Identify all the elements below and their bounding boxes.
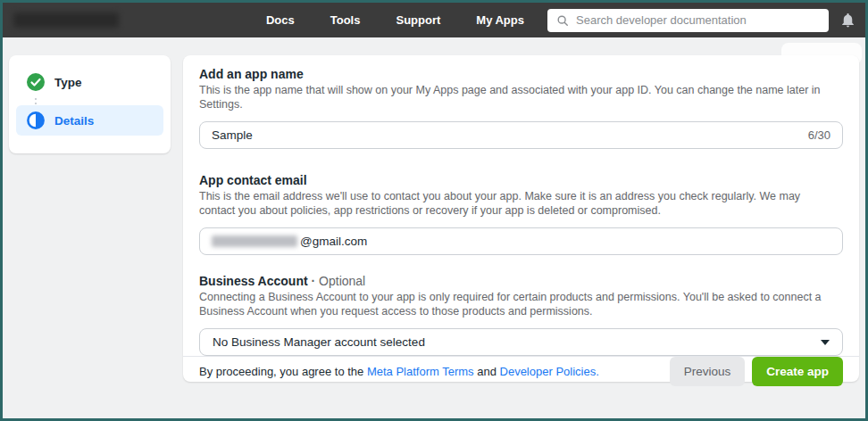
search-input[interactable] bbox=[576, 13, 820, 27]
blurred-logo[interactable] bbox=[13, 12, 119, 28]
app-name-description: This is the app name that will show on y… bbox=[199, 84, 839, 111]
nav-link-docs[interactable]: Docs bbox=[266, 13, 295, 27]
business-account-dropdown[interactable]: No Business Manager account selected bbox=[199, 328, 843, 356]
developer-policies-link[interactable]: Developer Policies. bbox=[500, 365, 599, 378]
step-connector bbox=[35, 98, 163, 104]
step-sidebar: Type Details bbox=[9, 55, 171, 153]
agreement-text: By proceeding, you agree to the Meta Pla… bbox=[199, 365, 599, 378]
app-name-input-wrap: 6/30 bbox=[199, 121, 843, 149]
contact-email-input[interactable]: @gmail.com bbox=[199, 227, 843, 255]
business-account-title: Business Account · Optional bbox=[199, 274, 843, 288]
dropdown-selected-value: No Business Manager account selected bbox=[213, 335, 425, 349]
step-label-type: Type bbox=[54, 76, 82, 89]
business-account-label: Business Account bbox=[199, 274, 308, 288]
nav-link-my-apps[interactable]: My Apps bbox=[476, 13, 524, 27]
bell-icon[interactable] bbox=[839, 12, 856, 29]
business-account-description: Connecting a Business Account to your ap… bbox=[199, 291, 839, 318]
card-footer: By proceeding, you agree to the Meta Pla… bbox=[183, 356, 859, 392]
nav-link-tools[interactable]: Tools bbox=[330, 13, 361, 27]
contact-email-description: This is the email address we'll use to c… bbox=[199, 190, 839, 218]
agreement-prefix: By proceeding, you agree to the bbox=[199, 365, 367, 378]
agreement-middle: and bbox=[474, 365, 500, 378]
section-business-account: Business Account · Optional Connecting a… bbox=[199, 274, 843, 356]
contact-email-title: App contact email bbox=[199, 173, 843, 187]
half-filled-circle-icon bbox=[27, 111, 45, 129]
section-app-name: Add an app name This is the app name tha… bbox=[199, 67, 843, 149]
check-circle-icon bbox=[27, 73, 45, 91]
email-domain-text: @gmail.com bbox=[300, 235, 367, 248]
nav-links: Docs Tools Support My Apps bbox=[266, 13, 524, 27]
footer-buttons: Previous Create app bbox=[670, 357, 843, 386]
redacted-email-local-part bbox=[212, 235, 297, 247]
create-app-button[interactable]: Create app bbox=[752, 357, 843, 386]
step-type[interactable]: Type bbox=[16, 67, 163, 97]
previous-button[interactable]: Previous bbox=[670, 357, 746, 386]
search-icon bbox=[556, 14, 569, 27]
app-details-card: Add an app name This is the app name tha… bbox=[183, 55, 859, 382]
section-contact-email: App contact email This is the email addr… bbox=[199, 173, 843, 255]
app-window: Docs Tools Support My Apps Type bbox=[0, 0, 868, 421]
search-box[interactable] bbox=[547, 9, 829, 32]
card-body: Add an app name This is the app name tha… bbox=[183, 55, 859, 356]
meta-platform-terms-link[interactable]: Meta Platform Terms bbox=[367, 365, 474, 378]
app-name-input[interactable] bbox=[212, 128, 808, 142]
nav-link-support[interactable]: Support bbox=[396, 13, 440, 27]
optional-tag: Optional bbox=[319, 274, 365, 288]
app-name-title: Add an app name bbox=[199, 67, 843, 81]
caret-down-icon bbox=[821, 340, 830, 345]
step-label-details: Details bbox=[54, 114, 94, 128]
char-counter: 6/30 bbox=[808, 128, 830, 142]
step-details[interactable]: Details bbox=[16, 105, 163, 136]
top-navbar: Docs Tools Support My Apps bbox=[3, 3, 865, 37]
optional-separator: · bbox=[308, 274, 319, 288]
